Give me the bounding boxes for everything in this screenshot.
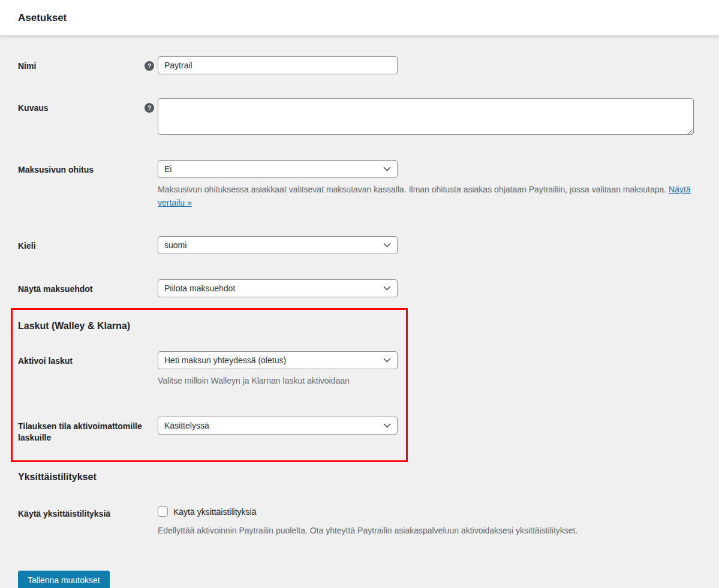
settlements-section-title: Yksittäistilitykset (18, 472, 694, 483)
bypass-select-wrap: Ei (158, 160, 398, 178)
form-row-terms: Näytä maksuehdot Piilota maksuehdot (18, 279, 694, 297)
terms-label: Näytä maksuehdot (18, 279, 145, 295)
bypass-label: Maksusivun ohitus (18, 160, 145, 176)
language-select[interactable]: suomi (158, 236, 398, 254)
help-icon[interactable]: ? (145, 61, 154, 71)
bypass-description: Maksusivun ohituksessa asiakkaat valitse… (158, 183, 693, 209)
order-status-select[interactable]: Käsittelyssä (158, 417, 398, 435)
form-row-order-status: Tilauksen tila aktivoimattomille laskuil… (18, 417, 406, 444)
bypass-description-text: Maksusivun ohituksessa asiakkaat valitse… (158, 185, 666, 194)
bypass-select[interactable]: Ei (158, 160, 398, 178)
invoices-section-title: Laskut (Walley & Klarna) (18, 321, 406, 331)
form-row-name: Nimi ? (18, 56, 694, 74)
activate-invoices-help: Valitse milloin Walleyn ja Klarnan lasku… (158, 375, 406, 387)
activate-invoices-select-wrap: Heti maksun yhteydessä (oletus) (158, 351, 398, 369)
terms-select[interactable]: Piilota maksuehdot (158, 279, 398, 297)
language-select-wrap: suomi (158, 236, 398, 254)
settlements-label: Käytä yksittäistilityksiä (18, 504, 145, 520)
invoices-highlight-box: Laskut (Walley & Klarna) Aktivoi laskut … (11, 308, 408, 462)
page-header: Asetukset (0, 0, 719, 35)
settings-form: Nimi ? Kuvaus ? Maksusivun ohitus Ei (0, 35, 719, 588)
activate-invoices-label: Aktivoi laskut (18, 351, 145, 367)
settlements-checkbox-label[interactable]: Käytä yksittäistilityksiä (173, 507, 256, 517)
form-row-bypass: Maksusivun ohitus Ei Maksusivun ohitukse… (18, 160, 694, 209)
description-label: Kuvaus (18, 98, 145, 114)
page-title: Asetukset (18, 12, 67, 24)
name-input[interactable] (158, 56, 398, 74)
activate-invoices-select[interactable]: Heti maksun yhteydessä (oletus) (158, 351, 398, 369)
name-label: Nimi (18, 56, 145, 72)
description-textarea[interactable] (158, 98, 694, 135)
language-label: Kieli (18, 236, 145, 252)
order-status-select-wrap: Käsittelyssä (158, 417, 398, 435)
form-row-settlements: Käytä yksittäistilityksiä Käytä yksittäi… (18, 504, 694, 537)
save-button[interactable]: Tallenna muutokset (18, 571, 110, 588)
help-icon[interactable]: ? (145, 103, 154, 113)
settlements-checkbox-row: Käytä yksittäistilityksiä (158, 504, 694, 517)
form-row-description: Kuvaus ? (18, 98, 694, 135)
form-row-activate-invoices: Aktivoi laskut Heti maksun yhteydessä (o… (18, 351, 406, 387)
settlements-checkbox[interactable] (158, 506, 168, 517)
order-status-label: Tilauksen tila aktivoimattomille laskuil… (18, 417, 145, 444)
terms-select-wrap: Piilota maksuehdot (158, 279, 398, 297)
settlements-help: Edellyttää aktivoinnin Paytrailin puolel… (158, 524, 694, 537)
form-row-language: Kieli suomi (18, 236, 694, 254)
